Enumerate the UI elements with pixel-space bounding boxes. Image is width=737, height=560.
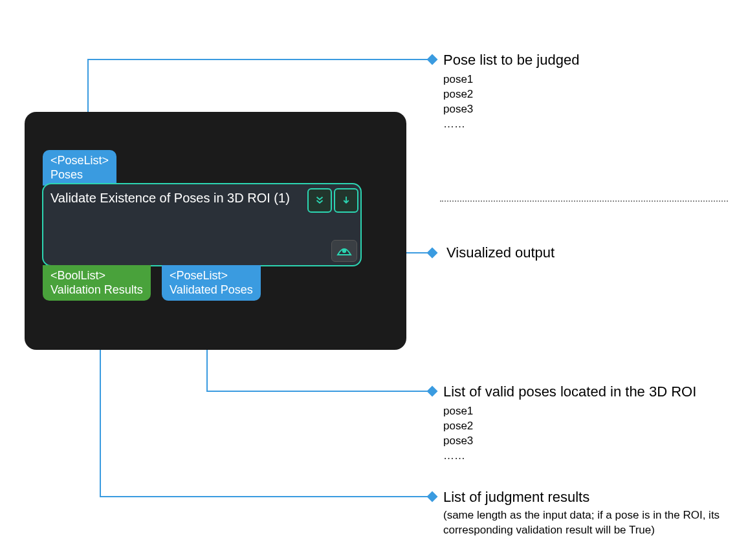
diamond-icon [427,54,438,65]
port-type: <PoseList> [170,269,253,283]
input-port-poses[interactable]: <PoseList> Poses [43,150,116,186]
port-type: <PoseList> [50,154,109,168]
annotation-validposes-item: …… [443,449,465,464]
annotation-judgment-note: (same length as the input data; if a pos… [443,508,721,538]
node-title: Validate Existence of Poses in 3D ROI (1… [50,191,290,206]
annotation-validposes-item: pose2 [443,419,473,434]
annotation-input-item: pose3 [443,102,473,117]
annotation-input-item: pose2 [443,87,473,102]
annotation-input-item: …… [443,117,465,132]
port-name: Validated Poses [170,283,253,297]
diamond-icon [427,386,438,397]
annotation-validposes-item: pose3 [443,434,473,449]
eye-icon [336,245,352,257]
expand-icon[interactable] [307,188,332,213]
port-name: Poses [50,168,109,182]
annotation-validposes-item: pose1 [443,404,473,419]
visualized-output-button[interactable] [331,240,357,262]
port-type: <BoolList> [50,269,143,283]
arrow-down-icon [340,195,352,206]
annotation-judgment-title: List of judgment results [443,489,589,506]
diamond-icon [427,491,438,502]
double-chevron-down-icon [314,195,325,206]
annotation-visualized-title: Visualized output [446,244,555,261]
output-port-poselist[interactable]: <PoseList> Validated Poses [162,265,261,301]
annotation-validposes-title: List of valid poses located in the 3D RO… [443,383,696,400]
annotation-input-item: pose1 [443,72,473,87]
run-icon[interactable] [334,188,358,213]
annotation-input-title: Pose list to be judged [443,52,579,69]
svg-point-0 [342,249,346,253]
divider [440,200,728,202]
port-name: Validation Results [50,283,143,297]
output-port-boollist[interactable]: <BoolList> Validation Results [43,265,151,301]
diamond-icon [427,248,438,259]
